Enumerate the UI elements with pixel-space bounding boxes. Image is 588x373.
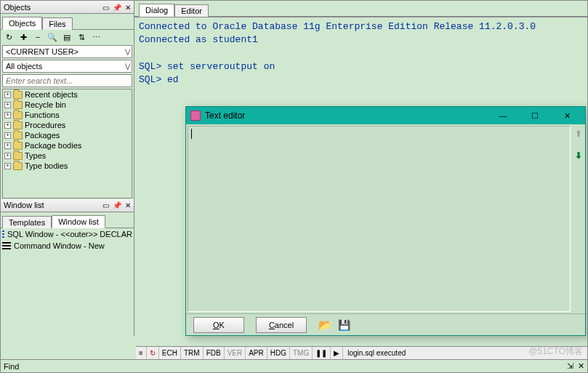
status-seg[interactable]: TRM bbox=[181, 347, 204, 359]
status-icon-bars[interactable]: ≡ bbox=[136, 347, 147, 359]
tree-item[interactable]: +Package bodies bbox=[3, 140, 132, 151]
status-text: login.sql executed bbox=[343, 349, 406, 357]
maximize-button[interactable]: ☐ bbox=[521, 107, 549, 124]
status-seg[interactable]: ECH bbox=[159, 347, 181, 359]
tree-item[interactable]: +Functions bbox=[3, 110, 132, 120]
tree-item[interactable]: +Type bodies bbox=[3, 161, 132, 171]
right-tabs: Dialog Editor bbox=[134, 1, 587, 17]
reload-icon[interactable]: ↻ bbox=[147, 347, 159, 359]
editor-side-arrows: ⬆ ⬇ bbox=[572, 124, 585, 313]
panel-pin-icon[interactable]: 📌 bbox=[113, 201, 121, 209]
expand-icon[interactable]: + bbox=[4, 102, 11, 108]
text-cursor bbox=[191, 129, 192, 139]
object-tree[interactable]: +Recent objects +Recycle bin +Functions … bbox=[2, 89, 132, 198]
status-seg[interactable]: FDB bbox=[204, 347, 225, 359]
tab-windowlist[interactable]: Window list bbox=[52, 215, 105, 228]
panel-dock-icon[interactable]: ▭ bbox=[102, 201, 109, 209]
expand-icon[interactable]: + bbox=[4, 163, 11, 169]
arrow-down-icon[interactable]: ⬇ bbox=[575, 151, 582, 161]
find-icon[interactable]: 🔍 bbox=[47, 32, 57, 42]
filter-dropdown-value: All objects bbox=[6, 62, 42, 71]
status-toolbar: ≡ ↻ ECH TRM FDB VER APR HDG TMG ❚❚ ▶ log… bbox=[136, 346, 587, 359]
windowlist-title: Window list bbox=[4, 201, 44, 209]
objects-toolbar: ↻ ✚ − 🔍 ▤ ⇅ ⋯ bbox=[1, 30, 134, 44]
status-seg[interactable]: VER bbox=[225, 347, 246, 359]
more-icon[interactable]: ⋯ bbox=[91, 32, 101, 42]
popup-title: Text editor bbox=[205, 111, 485, 121]
windowlist-tabs: Templates Window list bbox=[1, 212, 134, 228]
delete-icon[interactable]: − bbox=[33, 32, 43, 42]
objects-panel-title: Objects bbox=[4, 3, 31, 12]
editor-textarea[interactable] bbox=[188, 126, 571, 312]
close-icon[interactable]: ✕ bbox=[578, 361, 584, 371]
expand-icon[interactable]: + bbox=[4, 153, 11, 159]
expand-icon[interactable]: + bbox=[4, 112, 11, 119]
folder-icon bbox=[13, 111, 23, 119]
tree-item[interactable]: +Recent objects bbox=[3, 89, 132, 100]
sql-window-icon bbox=[2, 230, 4, 238]
folder-icon bbox=[13, 121, 23, 129]
tree-item[interactable]: +Recycle bin bbox=[3, 100, 132, 110]
filter-icon[interactable]: ▤ bbox=[62, 32, 72, 42]
expand-icon[interactable]: + bbox=[4, 122, 11, 129]
tab-dialog[interactable]: Dialog bbox=[139, 4, 174, 17]
popup-footer: OK Cancel 📂 💾 bbox=[186, 313, 585, 335]
user-dropdown-value: <CURRENT USER> bbox=[6, 47, 78, 56]
grip-icon[interactable]: ⇲ bbox=[567, 361, 573, 371]
tree-item[interactable]: +Procedures bbox=[3, 120, 132, 130]
tab-templates[interactable]: Templates bbox=[2, 216, 52, 228]
popup-body: ⬆ ⬇ bbox=[186, 124, 585, 313]
close-button[interactable]: ✕ bbox=[553, 107, 581, 124]
objects-tabs: Objects Files bbox=[1, 14, 134, 30]
panel-dock-icon[interactable]: ▭ bbox=[102, 4, 109, 12]
chevron-down-icon: ⋁ bbox=[125, 48, 130, 55]
filter-dropdown[interactable]: All objects ⋁ bbox=[2, 60, 132, 73]
footer-bar: Find ⇲ ✕ bbox=[1, 359, 587, 372]
search-input[interactable] bbox=[6, 76, 129, 85]
objects-panel-header: Objects ▭ 📌 ✕ bbox=[1, 1, 134, 14]
status-seg[interactable]: TMG bbox=[290, 347, 313, 359]
refresh-icon[interactable]: ↻ bbox=[4, 32, 14, 42]
minimize-button[interactable]: — bbox=[489, 107, 517, 124]
folder-icon bbox=[13, 152, 23, 160]
folder-icon bbox=[13, 101, 23, 109]
text-editor-popup: Text editor — ☐ ✕ ⬆ ⬇ OK Cancel 📂 💾 bbox=[185, 106, 586, 336]
pause-icon[interactable]: ❚❚ bbox=[313, 347, 331, 359]
popup-titlebar[interactable]: Text editor — ☐ ✕ bbox=[186, 107, 585, 124]
folder-icon bbox=[13, 142, 23, 150]
save-file-icon[interactable]: 💾 bbox=[338, 319, 350, 331]
expand-icon[interactable]: + bbox=[4, 92, 11, 98]
tab-files[interactable]: Files bbox=[42, 17, 72, 30]
status-seg[interactable]: APR bbox=[246, 347, 267, 359]
folder-icon bbox=[13, 162, 23, 170]
tab-editor[interactable]: Editor bbox=[174, 4, 209, 17]
panel-close-icon[interactable]: ✕ bbox=[125, 4, 131, 12]
tree-item[interactable]: +Packages bbox=[3, 130, 132, 140]
open-file-icon[interactable]: 📂 bbox=[318, 318, 332, 332]
status-seg[interactable]: HDG bbox=[267, 347, 290, 359]
panel-close-icon[interactable]: ✕ bbox=[125, 201, 131, 209]
panel-pin-icon[interactable]: 📌 bbox=[113, 4, 121, 12]
cancel-button[interactable]: Cancel bbox=[256, 317, 307, 333]
command-window-icon bbox=[2, 242, 11, 249]
windowlist-panel-header: Window list ▭ 📌 ✕ bbox=[1, 199, 134, 212]
footer-find-label: Find bbox=[1, 362, 19, 371]
expand-icon[interactable]: + bbox=[4, 143, 11, 149]
ok-button[interactable]: OK bbox=[193, 317, 244, 333]
expand-icon[interactable]: + bbox=[4, 132, 11, 139]
tab-objects[interactable]: Objects bbox=[2, 17, 42, 30]
left-pane: Objects ▭ 📌 ✕ Objects Files ↻ ✚ − 🔍 ▤ ⇅ … bbox=[1, 1, 134, 336]
new-icon[interactable]: ✚ bbox=[18, 32, 28, 42]
user-dropdown[interactable]: <CURRENT USER> ⋁ bbox=[2, 45, 132, 58]
chevron-down-icon: ⋁ bbox=[125, 63, 130, 70]
tree-item[interactable]: +Types bbox=[3, 151, 132, 161]
arrow-up-icon[interactable]: ⬆ bbox=[575, 129, 582, 139]
search-input-wrap bbox=[2, 74, 132, 87]
play-icon[interactable]: ▶ bbox=[331, 347, 343, 359]
window-list-item[interactable]: Command Window - New bbox=[1, 240, 134, 252]
folder-icon bbox=[13, 91, 23, 99]
sort-icon[interactable]: ⇅ bbox=[76, 32, 86, 42]
window-list-item[interactable]: SQL Window - <<outer>> DECLAR bbox=[1, 228, 134, 240]
window-list: SQL Window - <<outer>> DECLAR Command Wi… bbox=[1, 228, 134, 337]
folder-icon bbox=[13, 132, 23, 140]
